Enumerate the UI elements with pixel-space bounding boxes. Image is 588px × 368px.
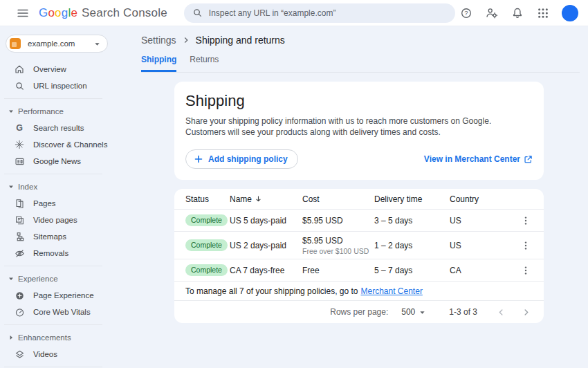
policy-cost: Free bbox=[302, 266, 374, 275]
property-label: example.com bbox=[28, 39, 94, 48]
manage-policies-note: To manage all 7 of your shipping policie… bbox=[174, 282, 544, 301]
divider bbox=[4, 98, 102, 99]
search-icon bbox=[14, 80, 25, 91]
sidebar-item-label: Page Experience bbox=[33, 291, 94, 300]
column-header-delivery: Delivery time bbox=[374, 194, 450, 204]
note-text: To manage all 7 of your shipping policie… bbox=[185, 286, 358, 296]
tab-returns[interactable]: Returns bbox=[190, 55, 219, 72]
plus-icon bbox=[194, 154, 203, 164]
sidebar-item-discover[interactable]: Discover & Channels bbox=[0, 136, 136, 153]
url-inspect-searchbar[interactable] bbox=[184, 3, 455, 23]
description-line-1: Share your shipping policy information w… bbox=[185, 116, 533, 127]
sidebar-item-url-inspection[interactable]: URL inspection bbox=[0, 77, 136, 94]
sidebar-item-label: Google News bbox=[33, 157, 81, 165]
notifications-icon[interactable] bbox=[508, 3, 527, 23]
rows-per-page-select[interactable]: 500 bbox=[401, 307, 425, 317]
google-g-icon: G bbox=[14, 122, 25, 134]
policy-cost-note: Free over $100 USD bbox=[302, 247, 374, 255]
breadcrumb: Settings Shipping and returns bbox=[141, 35, 588, 46]
page-title: Shipping bbox=[185, 92, 533, 110]
sidebar-item-sitemaps[interactable]: Sitemaps bbox=[0, 228, 136, 245]
product-name: Search Console bbox=[82, 6, 167, 20]
eye-off-icon bbox=[14, 248, 25, 259]
pagination-bar: Rows per page: 500 1-3 of 3 bbox=[174, 301, 544, 323]
sidebar-item-search-results[interactable]: G Search results bbox=[0, 120, 136, 136]
news-icon bbox=[14, 156, 25, 167]
main-content: Settings Shipping and returns Shipping R… bbox=[136, 26, 588, 368]
section-label: Index bbox=[18, 183, 37, 191]
domain-property-icon bbox=[10, 38, 21, 49]
sidebar-item-google-news[interactable]: Google News bbox=[0, 153, 136, 169]
sidebar-item-core-web-vitals[interactable]: Core Web Vitals bbox=[0, 304, 136, 320]
next-page-icon[interactable] bbox=[517, 304, 534, 320]
top-app-bar: G o o g l e Search Console ? bbox=[0, 0, 588, 26]
caret-down-icon bbox=[8, 276, 14, 282]
view-in-merchant-center-link[interactable]: View in Merchant Center bbox=[424, 154, 533, 164]
top-actions: ? bbox=[457, 3, 578, 23]
sidebar-section-index[interactable]: Index bbox=[0, 178, 136, 195]
sidebar: example.com Overview URL inspection Perf… bbox=[0, 26, 136, 368]
sidebar-item-pages[interactable]: Pages bbox=[0, 195, 136, 212]
breadcrumb-current: Shipping and returns bbox=[196, 35, 285, 46]
row-menu-icon[interactable] bbox=[519, 212, 533, 229]
sidebar-section-enhancements[interactable]: Enhancements bbox=[0, 329, 136, 346]
status-badge: Complete bbox=[185, 239, 228, 251]
sidebar-section-experience[interactable]: Experience bbox=[0, 270, 136, 287]
search-input[interactable] bbox=[209, 8, 447, 18]
column-header-status: Status bbox=[185, 194, 230, 204]
menu-icon[interactable] bbox=[12, 3, 33, 24]
external-link-icon bbox=[524, 155, 533, 164]
divider bbox=[4, 266, 102, 266]
policy-name: US 5 days-paid bbox=[230, 216, 302, 226]
app-logo[interactable]: G o o g l e Search Console bbox=[39, 6, 167, 20]
policy-delivery: 5 – 7 days bbox=[374, 266, 450, 275]
sidebar-item-videos[interactable]: Videos bbox=[0, 346, 136, 362]
apps-grid-icon[interactable] bbox=[533, 3, 553, 23]
policy-name: CA 7 days-free bbox=[230, 266, 302, 275]
sidebar-item-label: URL inspection bbox=[33, 82, 87, 90]
page-experience-icon bbox=[14, 290, 25, 301]
divider bbox=[4, 367, 102, 367]
add-shipping-policy-button[interactable]: Add shipping policy bbox=[185, 149, 298, 169]
sidebar-item-overview[interactable]: Overview bbox=[0, 61, 136, 77]
logo-letter: G bbox=[39, 6, 48, 20]
property-selector[interactable]: example.com bbox=[6, 35, 108, 53]
sidebar-item-page-experience[interactable]: Page Experience bbox=[0, 287, 136, 304]
column-header-name[interactable]: Name bbox=[230, 194, 302, 204]
chevron-right-icon bbox=[183, 37, 190, 44]
caret-down-icon bbox=[8, 184, 14, 190]
row-menu-icon[interactable] bbox=[519, 237, 533, 254]
sidebar-item-label: Overview bbox=[33, 65, 66, 73]
shipping-description: Share your shipping policy information w… bbox=[185, 116, 533, 138]
chevron-down-icon bbox=[419, 309, 425, 315]
table-row: Complete US 2 days-paid $5.95 USD Free o… bbox=[174, 232, 544, 259]
help-icon[interactable]: ? bbox=[457, 3, 476, 23]
policy-country: US bbox=[450, 216, 519, 226]
avatar[interactable] bbox=[562, 5, 578, 21]
sidebar-section-performance[interactable]: Performance bbox=[0, 103, 136, 120]
rows-per-page-label: Rows per page: bbox=[330, 307, 388, 317]
sidebar-item-label: Core Web Vitals bbox=[33, 308, 91, 316]
caret-down-icon bbox=[8, 109, 14, 114]
user-settings-icon[interactable] bbox=[482, 3, 502, 23]
divider bbox=[4, 174, 102, 174]
previous-page-icon[interactable] bbox=[493, 304, 509, 320]
section-label: Enhancements bbox=[18, 333, 71, 342]
home-icon bbox=[14, 64, 25, 75]
sidebar-item-removals[interactable]: Removals bbox=[0, 245, 136, 261]
svg-text:?: ? bbox=[464, 9, 468, 17]
sidebar-item-label: Video pages bbox=[33, 216, 77, 224]
policy-cost: $5.95 USD bbox=[302, 216, 374, 226]
pagination-range: 1-3 of 3 bbox=[449, 307, 477, 317]
logo-letter: o bbox=[48, 6, 55, 20]
section-label: Experience bbox=[18, 275, 58, 283]
tab-shipping[interactable]: Shipping bbox=[141, 55, 176, 72]
merchant-center-note-link[interactable]: Merchant Center bbox=[361, 286, 423, 296]
status-badge: Complete bbox=[185, 264, 228, 276]
row-menu-icon[interactable] bbox=[519, 262, 533, 279]
sidebar-item-video-pages[interactable]: Video pages bbox=[0, 212, 136, 228]
breadcrumb-settings[interactable]: Settings bbox=[141, 35, 176, 46]
table-row: Complete US 5 days-paid $5.95 USD 3 – 5 … bbox=[174, 210, 544, 232]
sidebar-item-label: Discover & Channels bbox=[33, 140, 107, 149]
discover-sparkle-icon bbox=[14, 139, 25, 150]
